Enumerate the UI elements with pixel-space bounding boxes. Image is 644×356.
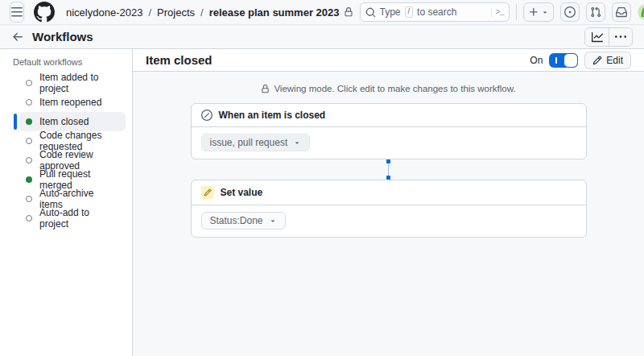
action-card: Set value Status:Done bbox=[191, 180, 587, 238]
graph-icon bbox=[592, 31, 603, 43]
plus-icon bbox=[528, 6, 539, 18]
sidebar-item-label: Auto-add to project bbox=[39, 207, 119, 230]
avatar[interactable] bbox=[638, 4, 644, 20]
issue-opened-icon bbox=[564, 6, 576, 18]
status-value-label: Status:Done bbox=[210, 215, 263, 226]
create-new-button[interactable] bbox=[523, 2, 554, 22]
workflow-on-dot bbox=[26, 118, 32, 125]
more-options-button[interactable] bbox=[609, 28, 632, 46]
header-actions: Type / to search >_ bbox=[360, 2, 644, 22]
breadcrumb-separator: / bbox=[148, 6, 151, 19]
trigger-card: When an item is closed issue, pull reque… bbox=[191, 103, 587, 159]
sidebar-item[interactable]: Item closed bbox=[19, 112, 126, 131]
pull-requests-button[interactable] bbox=[586, 2, 605, 22]
workflow-detail-header: Item closed On Edit bbox=[133, 49, 644, 72]
pull-request-icon bbox=[590, 6, 601, 18]
sidebar-item[interactable]: Auto-add to project bbox=[19, 209, 126, 228]
sidebar-section-label: Default workflows bbox=[13, 57, 126, 67]
toggle-label: On bbox=[530, 55, 543, 66]
global-header: nicelydone-2023 / Projects / release pla… bbox=[0, 0, 644, 25]
back-arrow-icon[interactable] bbox=[11, 31, 24, 43]
workflow-connector bbox=[386, 159, 390, 180]
inbox-icon bbox=[616, 6, 627, 18]
slash-key: / bbox=[405, 6, 414, 18]
workflow-off-dot bbox=[26, 196, 32, 202]
sidebar-item[interactable]: Code changes requested bbox=[19, 131, 126, 151]
search-icon bbox=[365, 7, 376, 18]
viewing-mode-text: Viewing mode. Click edit to make changes… bbox=[274, 84, 515, 93]
sidebar-item-label: Item reopened bbox=[39, 97, 101, 108]
item-type-filter-dropdown[interactable]: issue, pull request bbox=[201, 134, 311, 151]
workflow-list: Item added to projectItem reopenedItem c… bbox=[19, 73, 126, 228]
sidebar-item[interactable]: Item reopened bbox=[19, 93, 126, 112]
workflow-title: Item closed bbox=[146, 53, 213, 67]
insights-button[interactable] bbox=[585, 28, 609, 46]
app-window: nicelydone-2023 / Projects / release pla… bbox=[0, 0, 644, 356]
toggle-knob bbox=[564, 53, 578, 68]
viewing-mode-notice: Viewing mode. Click edit to make changes… bbox=[261, 84, 515, 93]
search-input[interactable]: Type / to search >_ bbox=[360, 2, 510, 22]
connector-line bbox=[388, 164, 389, 176]
search-placeholder-prefix: Type bbox=[380, 6, 401, 18]
caret-down-icon bbox=[541, 8, 549, 16]
workflow-toggle[interactable] bbox=[549, 53, 578, 68]
sidebar-item[interactable]: Item added to project bbox=[19, 73, 126, 93]
breadcrumb: nicelydone-2023 / Projects / release pla… bbox=[66, 6, 353, 19]
breadcrumb-project-label: release plan summer 2023 bbox=[209, 6, 340, 19]
sidebar-item[interactable]: Pull request merged bbox=[19, 170, 126, 189]
workflow-on-dot bbox=[26, 176, 32, 183]
status-value-dropdown[interactable]: Status:Done bbox=[201, 212, 286, 230]
github-logo[interactable] bbox=[34, 2, 55, 23]
edit-button-label: Edit bbox=[606, 55, 623, 66]
lock-icon bbox=[344, 7, 353, 17]
sidebar-item-label: Item added to project bbox=[39, 72, 119, 94]
workflow-off-dot bbox=[26, 80, 32, 86]
lock-icon bbox=[261, 85, 270, 93]
workflow-off-dot bbox=[26, 157, 32, 164]
command-palette-hint[interactable]: >_ bbox=[491, 8, 504, 17]
set-value-pencil-icon bbox=[201, 186, 214, 199]
action-card-title: Set value bbox=[221, 187, 263, 198]
breadcrumb-separator: / bbox=[200, 6, 204, 19]
kebab-icon bbox=[615, 31, 626, 43]
page-title: Workflows bbox=[32, 30, 93, 43]
trigger-card-title: When an item is closed bbox=[219, 110, 326, 121]
caret-down-icon bbox=[293, 139, 301, 147]
sidebar-item[interactable]: Auto-archive items bbox=[19, 189, 126, 209]
edit-button[interactable]: Edit bbox=[584, 52, 631, 69]
workflows-sidebar: Default workflows Item added to projectI… bbox=[0, 49, 133, 356]
toggle-on-mark bbox=[555, 57, 557, 64]
circle-slash-icon bbox=[201, 110, 213, 121]
breadcrumb-projects[interactable]: Projects bbox=[157, 6, 195, 19]
workflow-detail: Item closed On Edit bbox=[133, 49, 644, 356]
inbox-button[interactable] bbox=[612, 2, 631, 22]
item-type-filter-label: issue, pull request bbox=[210, 137, 288, 148]
pencil-icon bbox=[592, 56, 602, 65]
issues-button[interactable] bbox=[560, 2, 580, 22]
sidebar-item-label: Item closed bbox=[39, 116, 89, 127]
search-placeholder-suffix: to search bbox=[417, 6, 456, 18]
workflows-bar: Workflows bbox=[0, 25, 644, 49]
workflow-off-dot bbox=[26, 215, 32, 221]
header-divider bbox=[516, 4, 517, 20]
hamburger-icon[interactable] bbox=[10, 2, 24, 23]
workflow-off-dot bbox=[26, 138, 32, 144]
breadcrumb-org[interactable]: nicelydone-2023 bbox=[66, 6, 142, 19]
caret-down-icon bbox=[269, 217, 277, 225]
breadcrumb-project-name[interactable]: release plan summer 2023 bbox=[209, 6, 353, 19]
workflows-bar-actions bbox=[584, 27, 633, 47]
workflow-canvas: Viewing mode. Click edit to make changes… bbox=[133, 72, 644, 356]
workflow-off-dot bbox=[26, 99, 32, 106]
sidebar-item[interactable]: Code review approved bbox=[19, 151, 126, 170]
